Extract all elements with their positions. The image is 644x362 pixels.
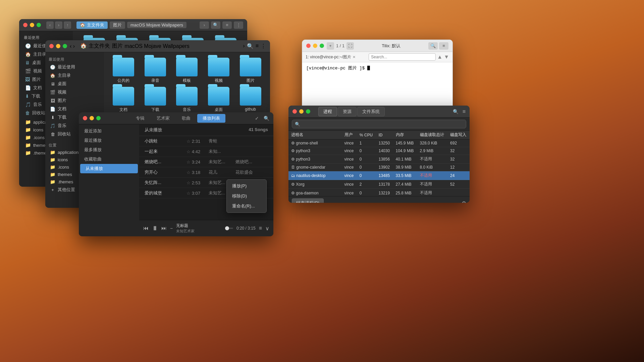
sysmon-max-button[interactable]	[306, 109, 310, 114]
music-check-icon[interactable]: ✓	[255, 116, 259, 121]
terminal-menu-button[interactable]: ≡	[439, 42, 448, 50]
finder2-sidebar-documents[interactable]: 📄 文档	[47, 105, 103, 113]
finder1-max-button[interactable]	[37, 23, 41, 27]
finder2-search-icon[interactable]: 🔍	[247, 43, 254, 49]
finder1-traffic-lights[interactable]	[23, 23, 41, 27]
finder1-options-icon[interactable]: ⋮	[234, 21, 243, 29]
finder2-sidebar-recent[interactable]: 🕐 最近使用	[47, 63, 103, 71]
music-traffic-lights[interactable]	[83, 116, 101, 120]
music-track-2[interactable]: 一起来 ☆ 4:42 未知...	[139, 146, 273, 157]
finder2-forward-nav[interactable]: ›	[243, 43, 245, 49]
finder1-nav-buttons[interactable]: ‹ › ↑	[46, 21, 71, 29]
music-tab-album[interactable]: 专辑	[130, 114, 150, 123]
table-row[interactable]: ⚙ gnome-shell vince 1 13250 145.9 MiB 32…	[288, 139, 470, 147]
finder2-forward-button[interactable]: ›	[73, 43, 75, 49]
f2-folder-downloads[interactable]: 下载	[141, 87, 170, 113]
table-row-selected[interactable]: 🗂 nautilus-desktop vince 0 13485 33.5 Mi…	[288, 171, 470, 180]
col-memory[interactable]: 内存	[393, 131, 417, 139]
music-track-1[interactable]: 小跳蛙 ☆ 2:31 青蛙	[139, 136, 273, 146]
col-process-name[interactable]: 进程名	[288, 131, 342, 139]
finder1-list-view-icon[interactable]: ≡	[222, 21, 232, 29]
finder1-forward-nav[interactable]: ›	[200, 21, 209, 29]
finder1-crumb-pictures[interactable]: 图片	[110, 21, 125, 29]
track-star-3[interactable]: ☆	[185, 160, 192, 165]
finder2-sidebar-video[interactable]: 🎬 视频	[47, 88, 103, 96]
terminal-search-down[interactable]: ▼	[444, 54, 449, 60]
sysmon-tab-filesystem[interactable]: 文件系统	[357, 107, 385, 116]
terminal-close-button[interactable]	[306, 44, 311, 48]
finder2-close-button[interactable]	[49, 44, 54, 48]
sysmon-search-icon[interactable]: 🔍	[453, 109, 459, 114]
table-row[interactable]: ⚙ Xorg vince 2 13178 27.4 MiB 不适用 52	[288, 180, 470, 189]
finder1-crumb-wallpapers[interactable]: macOS Mojave Wallpapers	[127, 22, 186, 28]
terminal-tab-label[interactable]: 1: vince@vince-pc:~/图片 ✕	[306, 54, 356, 60]
sysmon-menu-icon[interactable]: ≡	[463, 109, 466, 115]
finder1-min-button[interactable]	[30, 23, 34, 27]
progress-thumb[interactable]	[225, 226, 229, 230]
track-star-5[interactable]: ☆	[185, 180, 192, 185]
volume-button[interactable]: −	[170, 226, 173, 231]
terminal-prev-tab[interactable]: +	[327, 42, 334, 50]
music-sidebar-recent-added[interactable]: 最近添加	[79, 126, 139, 136]
f2-folder-desktop[interactable]: 桌面	[205, 87, 233, 113]
terminal-traffic-lights[interactable]	[306, 44, 324, 48]
finder2-nav-buttons[interactable]: ‹ ›	[70, 43, 75, 49]
track-star-6[interactable]: ☆	[185, 191, 192, 196]
sysmon-close-button[interactable]	[292, 109, 297, 114]
finder1-up-button[interactable]: ↑	[64, 21, 71, 29]
list-view-toggle[interactable]: ≡	[259, 225, 262, 231]
col-id[interactable]: ID	[376, 131, 393, 139]
finder1-close-button[interactable]	[23, 23, 28, 27]
sysmon-traffic-lights[interactable]	[292, 109, 310, 114]
music-search-icon[interactable]: 🔍	[264, 116, 269, 121]
finder2-list-view-icon[interactable]: ≡	[256, 43, 259, 49]
table-row[interactable]: 🗓 gnome-calendar vince 0 13902 38.9 MiB …	[288, 164, 470, 171]
progress-bar[interactable]	[226, 228, 233, 229]
sysmon-tab-resources[interactable]: 资源	[338, 107, 357, 116]
table-row[interactable]: ⚙ python3 vince 0 14030 104.9 MiB 2.9 Mi…	[288, 147, 470, 155]
finder2-crumb-pictures[interactable]: 图片	[112, 43, 123, 50]
f2-folder-gongongde[interactable]: 公共的	[109, 58, 138, 83]
finder1-forward-button[interactable]: ›	[55, 21, 62, 29]
track-star-2[interactable]: ☆	[185, 149, 192, 154]
music-close-button[interactable]	[83, 116, 87, 120]
f2-folder-video[interactable]: 视频	[205, 58, 233, 83]
sysmon-kill-process-button[interactable]: 结束进程(P)	[292, 198, 324, 203]
sysmon-gear-icon[interactable]: ⚙	[462, 200, 466, 203]
f2-folder-github[interactable]: github	[236, 87, 265, 113]
col-user[interactable]: 用户	[342, 131, 357, 139]
f2-folder-documents[interactable]: 文档	[109, 87, 138, 113]
music-track-4[interactable]: 穷开心 ☆ 3:18 花儿 花欲盛会	[139, 167, 273, 178]
finder1-crumb-home[interactable]: 🏠 主文件夹	[76, 21, 108, 29]
track-star-4[interactable]: ☆	[185, 170, 192, 175]
finder2-crumb-wallpapers[interactable]: macOS Mojave Wallpapers	[125, 43, 190, 49]
finder2-crumb-home[interactable]: 🏠 主文件夹	[80, 43, 110, 50]
ctx-remove[interactable]: 移除(D)	[227, 191, 266, 201]
f2-folder-luyin[interactable]: 录音	[141, 58, 170, 83]
music-sidebar-favorites[interactable]: 收藏歌曲	[79, 155, 139, 164]
col-cpu[interactable]: % CPU	[357, 131, 376, 139]
terminal-fullscreen[interactable]: ⛶	[346, 42, 354, 50]
finder2-sidebar-desktop[interactable]: 🖥 桌面	[47, 80, 103, 88]
finder1-search-icon[interactable]: 🔍	[211, 21, 220, 29]
prev-button[interactable]: ⏮	[143, 225, 149, 231]
table-row[interactable]: ⚙ goa-daemon vince 0 13219 25.8 MiB 不适用	[288, 189, 470, 196]
terminal-search-input[interactable]	[369, 53, 436, 61]
finder2-sidebar-pictures[interactable]: 🖼 图片	[47, 97, 103, 105]
sysmon-tab-processes[interactable]: 进程	[318, 107, 337, 116]
finder2-traffic-lights[interactable]	[49, 44, 67, 48]
track-star-1[interactable]: ☆	[185, 139, 192, 144]
finder2-max-button[interactable]	[63, 44, 67, 48]
finder2-sidebar-home[interactable]: 🏠 主目录	[47, 71, 103, 79]
col-disk-write[interactable]: 磁盘写入	[447, 131, 470, 139]
table-row[interactable]: ⚙ python3 vince 0 13856 40.1 MiB 不适用 32	[288, 155, 470, 164]
finder2-options-icon[interactable]: ⋮	[261, 43, 266, 49]
col-disk-read[interactable]: 磁盘读取总计	[417, 131, 448, 139]
terminal-tab-close[interactable]: ✕	[353, 55, 356, 59]
ctx-play[interactable]: 播放(P)	[227, 181, 266, 191]
terminal-max-button[interactable]	[320, 44, 324, 48]
ctx-rename[interactable]: 重命名(R)...	[227, 201, 266, 211]
finder2-back-button[interactable]: ‹	[70, 43, 71, 49]
music-min-button[interactable]	[90, 116, 94, 120]
music-tab-playlist[interactable]: 播放列表	[197, 114, 225, 123]
